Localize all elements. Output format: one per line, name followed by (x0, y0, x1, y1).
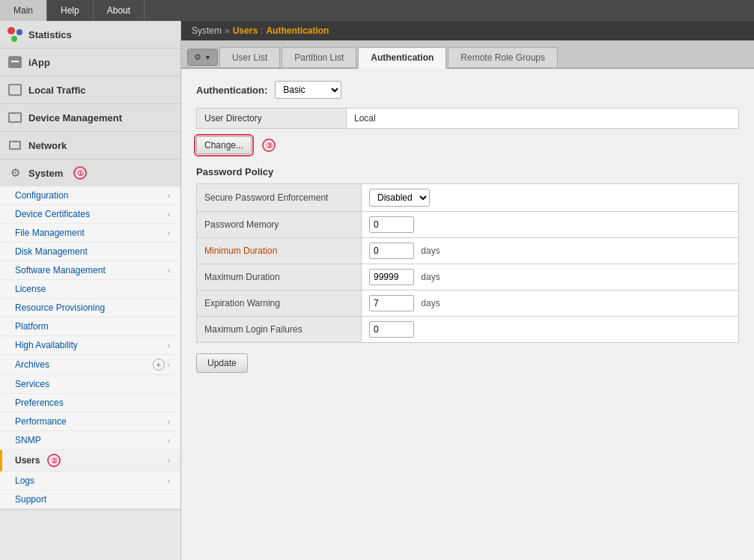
change-row: Change... ③ (196, 136, 739, 154)
settings-chevron: ▼ (204, 54, 211, 61)
table-row: Maximum Duration days (197, 264, 739, 290)
sidebar-local-traffic-label: Local Traffic (28, 85, 86, 96)
submenu-file-management[interactable]: File Management › (0, 224, 180, 243)
content: System » Users : Authentication ⚙ ▼ User… (181, 21, 754, 560)
user-directory-label: User Directory (197, 109, 347, 129)
content-body: Authentication: Basic LDAP RADIUS TACACS… (181, 69, 754, 560)
update-button[interactable]: Update (196, 353, 248, 373)
chevron-icon: › (168, 418, 170, 426)
chevron-icon: › (168, 436, 170, 445)
max-duration-label: Maximum Duration (197, 264, 362, 290)
sidebar-section-local-traffic: Local Traffic (0, 76, 180, 104)
chevron-icon: › (168, 229, 170, 237)
max-duration-input[interactable] (369, 269, 414, 285)
sidebar-item-device-management[interactable]: Device Management (0, 104, 180, 131)
submenu-snmp[interactable]: SNMP › (0, 431, 180, 450)
sidebar-section-iapp: iApp (0, 49, 180, 76)
chevron-icon: › (168, 457, 170, 465)
user-directory-table: User Directory Local (196, 108, 739, 129)
chevron-icon: › (168, 210, 170, 219)
max-duration-unit: days (421, 272, 440, 282)
traffic-icon (7, 82, 22, 97)
sidebar-section-network: Network (0, 132, 180, 159)
iapp-icon (7, 55, 22, 70)
auth-type-select[interactable]: Basic LDAP RADIUS TACACS+ (275, 81, 341, 99)
submenu-services[interactable]: Services (0, 375, 180, 394)
submenu-performance[interactable]: Performance › (0, 413, 180, 431)
table-row: Minimum Duration days (197, 238, 739, 264)
password-memory-input[interactable] (369, 216, 414, 233)
password-policy-title: Password Policy (196, 166, 739, 177)
submenu-disk-management[interactable]: Disk Management (0, 243, 180, 261)
password-memory-value (362, 212, 739, 238)
sidebar: Statistics iApp Local Traffic (0, 21, 181, 560)
tab-authentication[interactable]: Authentication (358, 47, 446, 69)
secure-password-label: Secure Password Enforcement (197, 184, 362, 212)
table-row: User Directory Local (197, 109, 739, 129)
sidebar-section-system: ⚙ System ① Configuration › Device Certif… (0, 159, 180, 510)
submenu-users[interactable]: Users ② › (0, 450, 180, 472)
change-button[interactable]: Change... (196, 136, 252, 154)
table-row: Password Memory (197, 212, 739, 238)
submenu-support[interactable]: Support (0, 490, 180, 509)
settings-dropdown-button[interactable]: ⚙ ▼ (187, 49, 218, 66)
tab-remote-role-groups[interactable]: Remote Role Groups (448, 47, 558, 67)
submenu-preferences[interactable]: Preferences (0, 394, 180, 413)
max-duration-value: days (362, 264, 739, 290)
sidebar-item-statistics[interactable]: Statistics (0, 21, 180, 48)
system-icon: ⚙ (7, 165, 22, 180)
secure-password-select[interactable]: Disabled Enabled (369, 189, 430, 207)
users-badge: ② (47, 454, 61, 467)
submenu-platform[interactable]: Platform (0, 317, 180, 336)
expiration-warning-input[interactable] (369, 295, 414, 311)
submenu-high-availability[interactable]: High Availability › (0, 336, 180, 355)
change-badge: ③ (262, 139, 276, 152)
breadcrumb-current: Authentication (266, 25, 329, 36)
sidebar-section-device-management: Device Management (0, 104, 180, 132)
sidebar-item-local-traffic[interactable]: Local Traffic (0, 76, 180, 103)
gear-icon: ⚙ (194, 52, 201, 62)
tab-partition-list[interactable]: Partition List (282, 47, 356, 67)
sidebar-item-iapp[interactable]: iApp (0, 49, 180, 76)
stats-icon (7, 27, 22, 42)
submenu-logs[interactable]: Logs › (0, 472, 180, 490)
min-duration-unit: days (421, 246, 440, 256)
top-nav: Main Help About (0, 0, 754, 21)
breadcrumb-users: Users (233, 25, 258, 36)
expiration-warning-label: Expiration Warning (197, 290, 362, 317)
chevron-icon: › (168, 341, 170, 350)
plus-icon[interactable]: + (153, 359, 165, 371)
submenu-resource-provisioning[interactable]: Resource Provisioning (0, 299, 180, 317)
chevron-icon: › (168, 267, 170, 275)
sidebar-section-statistics: Statistics (0, 21, 180, 49)
breadcrumb: System » Users : Authentication (181, 21, 754, 40)
min-duration-input[interactable] (369, 243, 414, 259)
chevron-icon: › (168, 477, 170, 485)
nav-main[interactable]: Main (0, 0, 47, 21)
table-row: Expiration Warning days (197, 290, 739, 317)
max-login-failures-input[interactable] (369, 321, 414, 338)
submenu-archives[interactable]: Archives + › (0, 355, 180, 375)
submenu-device-certificates[interactable]: Device Certificates › (0, 205, 180, 224)
max-login-failures-value (362, 317, 739, 343)
sidebar-item-network[interactable]: Network (0, 132, 180, 159)
submenu-configuration[interactable]: Configuration › (0, 186, 180, 205)
sidebar-item-system[interactable]: ⚙ System ① (0, 159, 180, 186)
sidebar-device-management-label: Device Management (28, 112, 122, 124)
expiration-warning-unit: days (421, 298, 440, 308)
min-duration-label: Minimum Duration (197, 238, 362, 264)
submenu-software-management[interactable]: Software Management › (0, 261, 180, 280)
tab-user-list[interactable]: User List (219, 47, 280, 67)
table-row: Secure Password Enforcement Disabled Ena… (197, 184, 739, 212)
expiration-warning-value: days (362, 290, 739, 317)
sidebar-iapp-label: iApp (28, 57, 50, 68)
breadcrumb-system: System (192, 25, 222, 36)
submenu-license[interactable]: License (0, 280, 180, 299)
chevron-icon: › (168, 361, 170, 369)
nav-help[interactable]: Help (47, 0, 94, 21)
password-policy-table: Secure Password Enforcement Disabled Ena… (196, 183, 739, 343)
nav-about[interactable]: About (94, 0, 145, 21)
breadcrumb-sep1: » (225, 25, 230, 36)
system-badge: ① (73, 166, 87, 180)
max-login-failures-label: Maximum Login Failures (197, 317, 362, 343)
